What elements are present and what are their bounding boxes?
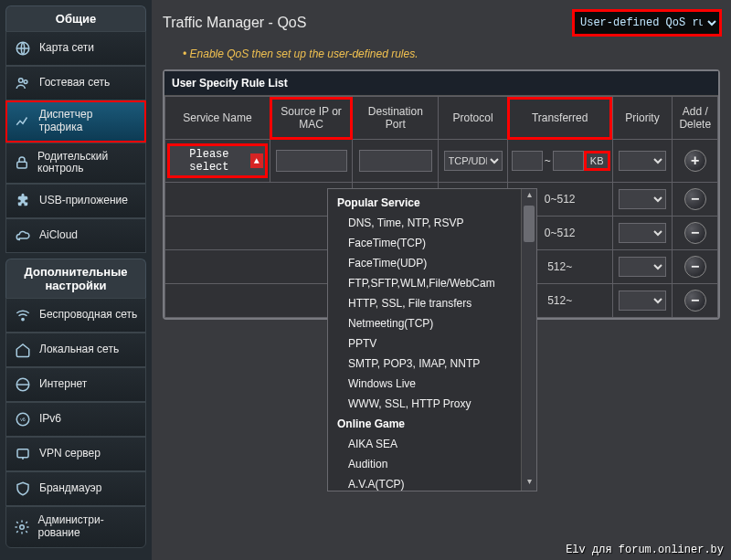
delete-button[interactable]: −	[684, 222, 706, 244]
delete-button[interactable]: −	[684, 188, 706, 210]
row-priority-select[interactable]	[619, 257, 666, 277]
editor-row: Please select ▲ TCP/UDP ~	[165, 140, 718, 183]
vpn-icon	[14, 445, 32, 463]
watermark: Elv для forum.onliner.by	[566, 544, 724, 556]
service-dropdown-list[interactable]: Popular Service DNS, Time, NTP, RSVP Fac…	[328, 189, 521, 491]
ipv6-icon: v6	[14, 410, 32, 428]
popup-item[interactable]: FTP,SFTP,WLM,File/WebCam	[328, 273, 521, 293]
svg-rect-3	[17, 163, 27, 169]
chevron-up-icon: ▲	[250, 153, 263, 168]
sidebar-item-network-map[interactable]: Карта сети	[5, 31, 146, 66]
sidebar-item-lan[interactable]: Локальная сеть	[5, 333, 146, 367]
sidebar-item-label: Беспроводная сеть	[39, 309, 137, 322]
popup-scrollbar[interactable]: ▴ ▾	[521, 189, 536, 491]
svg-point-1	[19, 79, 24, 83]
lock-icon	[14, 153, 30, 172]
sidebar-item-label: Диспетчер трафика	[39, 109, 138, 134]
scroll-thumb[interactable]	[524, 206, 535, 242]
sidebar-item-firewall[interactable]: Брандмауэр	[5, 471, 146, 506]
popup-item[interactable]: Audition	[328, 454, 521, 474]
popup-item[interactable]: HTTP, SSL, File transfers	[328, 293, 521, 313]
sidebar-item-guest-network[interactable]: Гостевая сеть	[5, 66, 146, 100]
users-icon	[14, 74, 32, 92]
sidebar-item-vpn[interactable]: VPN сервер	[5, 437, 146, 471]
sidebar-item-label: Гостевая сеть	[39, 77, 110, 90]
globe-icon	[14, 39, 32, 58]
sidebar-item-label: Карта сети	[39, 42, 94, 55]
dest-port-input[interactable]	[359, 150, 433, 172]
transferred-to-input[interactable]	[553, 151, 584, 171]
sidebar-item-wan[interactable]: Интернет	[5, 367, 146, 402]
col-port: Destination Port	[353, 97, 439, 140]
sidebar-item-label: Администри-рование	[37, 514, 138, 540]
panel-title: User Specify Rule List	[164, 71, 718, 96]
popup-group-popular: Popular Service	[328, 193, 521, 213]
popup-item[interactable]: AIKA SEA	[328, 434, 521, 454]
sidebar-item-wireless[interactable]: Беспроводная сеть	[5, 298, 146, 333]
sidebar-item-label: IPv6	[39, 413, 61, 426]
unit-label: KB	[586, 153, 609, 169]
sidebar-item-ipv6[interactable]: v6 IPv6	[5, 402, 146, 437]
delete-button[interactable]: −	[684, 290, 706, 312]
transferred-from-input[interactable]	[512, 151, 543, 171]
col-source: Source IP or MAC	[270, 97, 353, 140]
sidebar-item-usb-app[interactable]: USB-приложение	[5, 184, 146, 218]
popup-item[interactable]: A.V.A(TCP)	[328, 474, 521, 491]
row-priority-select[interactable]	[619, 189, 666, 209]
page-title: Traffic Manager - QoS	[163, 15, 306, 31]
popup-item[interactable]: WWW, SSL, HTTP Proxy	[328, 394, 521, 414]
sidebar-group-general: Общие	[5, 5, 146, 31]
sidebar-item-label: USB-приложение	[39, 195, 128, 207]
col-proto: Protocol	[439, 97, 507, 140]
svg-text:v6: v6	[20, 417, 26, 422]
globe-icon	[14, 375, 32, 394]
sidebar-item-label: Локальная сеть	[39, 343, 119, 356]
hint-text: Enable QoS then set up the user-defined …	[183, 48, 720, 60]
add-button[interactable]: +	[684, 150, 706, 172]
tilde-label: ~	[545, 154, 551, 167]
popup-item[interactable]: SMTP, POP3, IMAP, NNTP	[328, 354, 521, 374]
sidebar-item-traffic-manager[interactable]: Диспетчер трафика	[5, 100, 146, 143]
row-priority-select[interactable]	[619, 223, 666, 243]
main-content: Traffic Manager - QoS User-defined QoS r…	[152, 0, 731, 560]
scroll-down-icon[interactable]: ▾	[522, 476, 536, 491]
home-icon	[14, 341, 32, 359]
wifi-icon	[14, 306, 32, 324]
source-input[interactable]	[276, 150, 347, 172]
svg-point-4	[22, 319, 24, 321]
scroll-up-icon[interactable]: ▴	[522, 189, 536, 204]
col-service: Service Name	[165, 97, 270, 140]
col-transferred: Transferred	[507, 97, 612, 140]
popup-item[interactable]: DNS, Time, NTP, RSVP	[328, 213, 521, 233]
popup-item[interactable]: PPTV	[328, 333, 521, 354]
puzzle-icon	[14, 192, 32, 210]
popup-group-game: Online Game	[328, 414, 521, 434]
sidebar-item-aicloud[interactable]: AiCloud	[5, 218, 146, 253]
service-dropdown-popup: Popular Service DNS, Time, NTP, RSVP Fac…	[327, 188, 537, 491]
svg-rect-8	[17, 449, 28, 458]
svg-point-2	[24, 80, 27, 84]
sidebar-group-advanced: Дополнительные настройки	[5, 259, 146, 298]
shield-icon	[14, 480, 32, 498]
qos-rules-select[interactable]: User-defined QoS rules	[574, 11, 720, 35]
sidebar-item-label: Родительский контроль	[37, 151, 138, 176]
sidebar-item-admin[interactable]: Администри-рование	[5, 506, 146, 548]
svg-point-9	[20, 525, 25, 530]
service-select-label: Please select	[172, 148, 247, 174]
gear-icon	[14, 518, 30, 536]
priority-select[interactable]	[619, 151, 666, 171]
cloud-icon	[14, 227, 32, 245]
protocol-select[interactable]: TCP/UDP	[444, 151, 503, 171]
row-priority-select[interactable]	[619, 291, 666, 311]
popup-item[interactable]: Windows Live	[328, 374, 521, 394]
popup-item[interactable]: FaceTime(UDP)	[328, 253, 521, 273]
sidebar-item-label: Интернет	[39, 378, 87, 391]
service-select[interactable]: Please select ▲	[169, 145, 266, 176]
popup-item[interactable]: Netmeeting(TCP)	[328, 313, 521, 333]
col-priority: Priority	[612, 97, 673, 140]
popup-item[interactable]: FaceTime(TCP)	[328, 233, 521, 253]
sidebar: Общие Карта сети Гостевая сеть Диспетчер…	[0, 0, 152, 560]
sidebar-item-parental-control[interactable]: Родительский контроль	[5, 143, 146, 185]
delete-button[interactable]: −	[684, 256, 706, 278]
chart-icon	[14, 112, 32, 131]
